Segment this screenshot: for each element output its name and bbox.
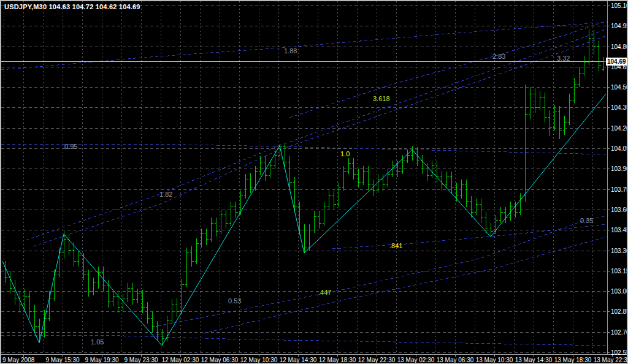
svg-text:105.10: 105.10	[611, 2, 627, 9]
svg-text:103.75: 103.75	[611, 186, 627, 193]
chart-title: USDJPY,M30 104.63 104.72 104.62 104.69	[4, 3, 140, 10]
svg-text:12 May 22:30: 12 May 22:30	[358, 357, 396, 363]
current-price-tag: 104.69	[606, 58, 627, 66]
svg-text:104.95: 104.95	[611, 23, 627, 29]
grid-lines	[1, 1, 607, 354]
svg-text:0.35: 0.35	[580, 217, 593, 224]
svg-text:103.45: 103.45	[611, 227, 627, 233]
svg-text:3.32: 3.32	[557, 55, 570, 62]
svg-text:13 May 22:30: 13 May 22:30	[594, 357, 627, 363]
zigzag-line	[2, 94, 606, 346]
svg-text:103.30: 103.30	[611, 248, 627, 254]
svg-text:0.95: 0.95	[64, 143, 77, 150]
svg-text:12 May 10:30: 12 May 10:30	[240, 357, 278, 363]
price-axis[interactable]: 105.10104.95104.80104.65104.50104.35104.…	[607, 2, 627, 356]
svg-text:1.0: 1.0	[340, 150, 350, 157]
svg-text:1.05: 1.05	[91, 338, 104, 346]
svg-text:13 May 18:30: 13 May 18:30	[554, 357, 592, 363]
fibo-channel-lines	[1, 21, 607, 346]
svg-text:102.55: 102.55	[611, 349, 627, 356]
svg-text:12 May 02:30: 12 May 02:30	[162, 357, 199, 363]
svg-text:1.88: 1.88	[284, 47, 297, 55]
svg-text:0.53: 0.53	[228, 297, 241, 305]
chart-canvas[interactable]: 1.882.833.323.6180.951.01.820.35.841.447…	[1, 1, 627, 363]
svg-text:12 May 14:30: 12 May 14:30	[280, 357, 317, 363]
svg-text:3.618: 3.618	[373, 95, 390, 102]
svg-text:103.60: 103.60	[611, 207, 627, 213]
svg-text:104.35: 104.35	[611, 104, 627, 111]
svg-text:12 May 18:30: 12 May 18:30	[319, 357, 356, 363]
svg-text:104.05: 104.05	[611, 145, 627, 152]
svg-text:104.50: 104.50	[611, 84, 627, 91]
svg-text:103.15: 103.15	[611, 268, 627, 275]
chart-window: USDJPY,M30 104.63 104.72 104.62 104.69 1…	[0, 0, 628, 364]
svg-text:9 May 2008: 9 May 2008	[2, 357, 35, 363]
svg-text:104.20: 104.20	[611, 125, 627, 132]
svg-text:103.00: 103.00	[611, 288, 627, 295]
svg-text:9 May 15:30: 9 May 15:30	[45, 357, 79, 363]
svg-text:13 May 06:30: 13 May 06:30	[437, 357, 474, 363]
svg-text:9 May 23:30: 9 May 23:30	[124, 357, 158, 363]
axis-frame	[1, 1, 627, 355]
svg-text:13 May 10:30: 13 May 10:30	[476, 357, 513, 363]
svg-text:2.83: 2.83	[492, 53, 505, 60]
svg-text:102.70: 102.70	[611, 329, 627, 336]
svg-text:102.85: 102.85	[611, 308, 627, 315]
svg-text:12 May 06:30: 12 May 06:30	[201, 357, 239, 363]
svg-text:104.80: 104.80	[611, 44, 627, 50]
svg-text:103.90: 103.90	[611, 165, 627, 172]
price-bars	[4, 29, 606, 346]
svg-text:13 May 14:30: 13 May 14:30	[515, 357, 553, 363]
time-axis[interactable]: 9 May 20089 May 15:309 May 19:309 May 23…	[2, 355, 627, 363]
svg-text:.447: .447	[318, 289, 331, 296]
svg-text:1.82: 1.82	[159, 191, 172, 198]
svg-text:9 May 19:30: 9 May 19:30	[85, 357, 118, 363]
svg-text:.841: .841	[389, 242, 402, 249]
svg-text:13 May 02:30: 13 May 02:30	[397, 357, 435, 363]
